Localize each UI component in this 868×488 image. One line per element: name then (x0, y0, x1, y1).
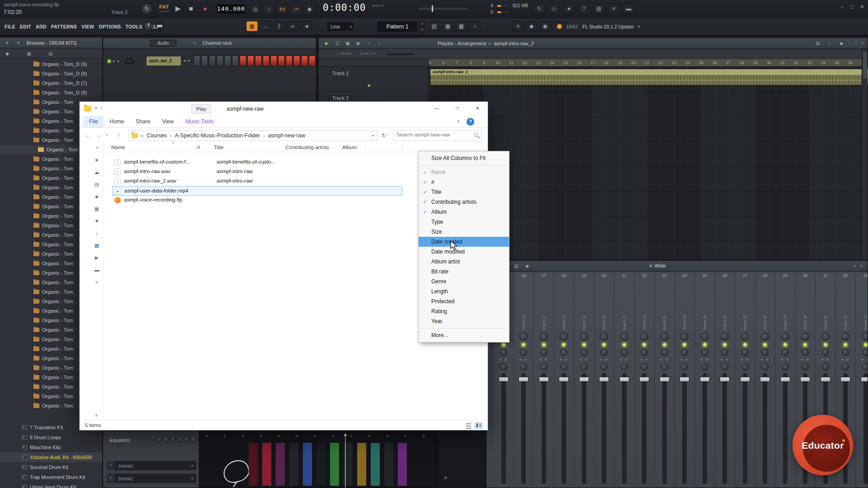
explorer-titlebar[interactable]: ▾ | Play asmpf-new-raw — □ ✕ (80, 102, 488, 116)
forward-icon[interactable]: → (96, 132, 101, 138)
mixer-pan-knob[interactable] (681, 349, 688, 356)
mixer-menu-icon[interactable]: ▾ (854, 264, 856, 268)
mixer-enable-led[interactable] (743, 343, 747, 347)
piano-roll-icon[interactable]: ▦ (442, 21, 453, 31)
mixer-strip[interactable]: 27Insert 27◄ ► (735, 272, 755, 488)
list-view-icon[interactable]: ▤ (46, 49, 55, 57)
record-button[interactable]: ● (203, 5, 207, 12)
large-icons-view-icon[interactable] (475, 422, 482, 429)
mixer-fx-knob[interactable] (841, 333, 849, 341)
channel-pan-icons[interactable]: ◄ ► (183, 59, 191, 63)
mixer-strip[interactable]: 29Insert 29◄ ► (775, 272, 796, 488)
slot-menu-icon[interactable]: ≡ (107, 461, 115, 470)
mixer-close-icon[interactable]: ✕ (859, 264, 863, 268)
mixer-fx-knob[interactable] (620, 333, 628, 341)
close-icon[interactable]: ✕ (860, 4, 864, 10)
layout-icon[interactable]: ▤ (512, 262, 521, 270)
step-grid-icon[interactable]: ▦ (246, 21, 258, 31)
mixer-strip[interactable]: 18Insert 18◄ ► (554, 272, 575, 488)
record-arm-led[interactable] (368, 84, 371, 87)
mixer-strip[interactable]: 24Insert 24◄ ► (675, 272, 695, 488)
mixer-fx-knob[interactable] (560, 333, 568, 341)
mixer-fader[interactable] (703, 373, 707, 484)
mixer-pan-knob[interactable] (721, 349, 728, 356)
mixer-fader[interactable] (682, 373, 687, 484)
mixer-stereo-knob[interactable] (520, 363, 527, 371)
menu-icon[interactable]: ≡ (193, 41, 196, 45)
song-mode-indicator[interactable] (160, 11, 170, 12)
documents-icon[interactable]: ▦ (90, 206, 103, 212)
mixer-enable-led[interactable] (542, 343, 546, 347)
fader-handle[interactable] (679, 377, 689, 382)
mixer-pan-knob[interactable] (580, 349, 588, 356)
mixer-stereo-knob[interactable] (862, 363, 868, 371)
browser-kit-item[interactable]: 8 Drum Loops (0, 432, 102, 442)
breadcrumb-item[interactable]: asmpf-new-raw (268, 132, 305, 139)
master-pitch-slider[interactable] (159, 21, 161, 32)
menu-item-date-modified[interactable]: Date modified (419, 247, 509, 257)
playlist-timeline-ruler[interactable]: 5678910111213141516171819202122232425262… (319, 59, 868, 67)
menu-item-[interactable]: ✓# (419, 177, 509, 187)
back-icon[interactable]: ← (85, 132, 90, 138)
music-icon[interactable]: ♪ (90, 230, 103, 236)
pattern-mode-label[interactable]: PAT (159, 4, 169, 9)
mixer-fx-knob[interactable] (540, 333, 548, 341)
menu-item-more[interactable]: More... (419, 330, 509, 340)
slide-icon[interactable]: ƒ (274, 21, 285, 31)
chat-icon[interactable]: ▬ (623, 4, 634, 14)
mixer-strip[interactable]: 21Insert 21◄ ► (614, 272, 635, 488)
mixer-fader[interactable] (662, 373, 667, 484)
mixer-fader[interactable] (763, 373, 767, 484)
eq-knob[interactable] (184, 436, 189, 442)
mixer-enable-led[interactable] (623, 343, 626, 347)
playlist-icon[interactable]: ▤ (429, 21, 440, 31)
xcross-label[interactable]: X-CROSS (337, 52, 352, 55)
step-cell[interactable] (255, 56, 262, 66)
quick-access-icon[interactable]: ★ (90, 157, 103, 163)
mixer-strip[interactable]: 25Insert 25◄ ► (695, 272, 715, 488)
mixer-fx-knob[interactable] (862, 333, 868, 341)
fader-handle[interactable] (539, 377, 549, 382)
file-row[interactable]: ♪asmpf-benefits-of-custom-f...asmpf-bene… (112, 158, 402, 167)
menu-add[interactable]: ADD (36, 24, 47, 29)
tab-view[interactable]: View (156, 116, 179, 127)
mixer-pan-knob[interactable] (761, 349, 769, 356)
recent-locations-icon[interactable]: ▾ (106, 133, 108, 137)
help-icon[interactable]: ? (578, 4, 590, 14)
midi-keyboard-icon[interactable]: ◆ (304, 4, 315, 14)
mixer-fader[interactable] (622, 373, 627, 484)
menu-item-title[interactable]: ✓Title (419, 187, 509, 197)
step-cell[interactable] (209, 56, 216, 66)
mixer-enable-led[interactable] (803, 343, 807, 347)
step-cell[interactable] (217, 56, 223, 66)
fader-handle[interactable] (619, 377, 629, 382)
time-signature-icon[interactable]: 3:2 (277, 4, 288, 14)
close-icon[interactable]: ✕ (467, 102, 488, 115)
arrow-icon[interactable]: → (260, 21, 271, 31)
audio-clip[interactable]: asmpf-intro-raw_2 (430, 69, 868, 85)
file-row[interactable]: ♪asmpf-intro-raw_2.wavasmpf-intro-raw (112, 177, 402, 186)
browser-kit-item[interactable]: Trap Movement Drum Kit (0, 472, 102, 482)
mixer-pan-knob[interactable] (661, 349, 668, 356)
contextual-group-label[interactable]: Play (191, 104, 211, 114)
mixer-strip[interactable]: 23Insert 23◄ ► (655, 272, 675, 488)
desktop-icon[interactable]: ■ (90, 194, 103, 199)
mixer-stereo-knob[interactable] (500, 363, 507, 371)
videos-icon[interactable]: ▶ (90, 255, 103, 261)
mixer-enable-led[interactable] (763, 343, 767, 347)
column-header-album[interactable]: Album (342, 145, 357, 150)
magnet-icon[interactable]: Ω (333, 39, 342, 47)
sync-icon[interactable]: ↻ (533, 4, 545, 14)
mixer-pan-knob[interactable] (600, 349, 608, 356)
mixer-stereo-knob[interactable] (600, 363, 608, 371)
browser-kit-item[interactable]: Survival Drum Kit (0, 462, 102, 472)
mixer-pan-knob[interactable] (520, 349, 527, 356)
step-cell[interactable] (278, 56, 285, 66)
current-track-label[interactable]: Track 2 (111, 9, 127, 15)
mixer-pan-knob[interactable] (862, 349, 868, 356)
eq-knob[interactable] (170, 436, 176, 442)
collapse-icon[interactable]: ▾ (3, 39, 12, 47)
eq-knob[interactable] (163, 436, 169, 442)
mixer-stereo-knob[interactable] (621, 363, 628, 371)
solo-icon[interactable]: ▸ (113, 59, 115, 63)
